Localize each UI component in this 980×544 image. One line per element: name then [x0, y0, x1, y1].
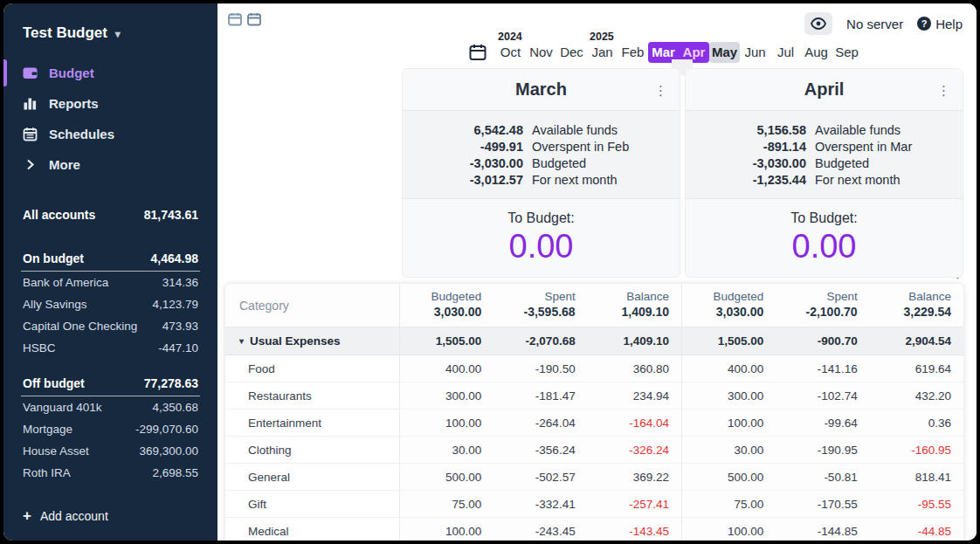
privacy-toggle-button[interactable] [804, 12, 832, 35]
budgeted-cell[interactable]: 400.00 [682, 355, 776, 382]
account-row[interactable]: HSBC-447.10 [21, 337, 200, 359]
account-row[interactable]: Roth IRA2,698.55 [21, 462, 200, 484]
spent-cell[interactable]: -502.57 [493, 464, 587, 490]
month-picker-calendar-icon[interactable] [469, 44, 487, 61]
sidebar-item-reports[interactable]: Reports [3, 88, 217, 119]
budgeted-cell[interactable]: 400.00 [400, 355, 493, 382]
spent-cell[interactable]: -50.81 [776, 464, 869, 490]
spent-cell[interactable]: -332.41 [493, 491, 587, 517]
budgeted-cell[interactable]: 100.00 [682, 518, 776, 541]
account-name: House Asset [23, 444, 89, 458]
spent-cell[interactable]: -190.95 [776, 437, 869, 463]
budgeted-cell[interactable]: 500.00 [400, 464, 493, 490]
spent-cell[interactable]: -99.64 [776, 410, 869, 436]
spent-cell[interactable]: -181.47 [493, 382, 587, 409]
category-name-cell[interactable]: Clothing [225, 437, 400, 463]
category-header-cell: Category⋮ [225, 284, 400, 327]
card-month-title: April [804, 79, 845, 100]
collapse-arrow-icon[interactable]: ▾ [239, 336, 244, 346]
balance-cell[interactable]: -44.85 [870, 518, 963, 541]
category-name-cell[interactable]: Restaurants [225, 382, 400, 409]
to-budget-label: To Budget: [686, 210, 963, 226]
balance-cell[interactable]: 432.20 [870, 382, 963, 409]
one-month-view-icon[interactable] [228, 12, 242, 26]
category-row-medical: Medical100.00-243.45-143.45100.00-144.85… [225, 518, 963, 541]
account-row[interactable]: Bank of America314.36 [21, 272, 200, 293]
group-header-on-budget[interactable]: On budget4,464.98 [21, 246, 200, 272]
balance-cell[interactable]: 369.22 [588, 464, 681, 490]
spent-cell[interactable]: -141.16 [776, 355, 869, 382]
balance-cell[interactable]: 360.80 [588, 355, 681, 382]
group-row-usual-expenses[interactable]: ▾Usual Expenses1,505.00-2,070.681,409.10… [225, 327, 963, 355]
group-header-off-budget[interactable]: Off budget77,278.63 [21, 371, 200, 396]
balance-cell[interactable]: -326.24 [588, 437, 681, 463]
category-name-cell[interactable]: Entertainment [225, 410, 400, 436]
month-jan[interactable]: 2025Jan [587, 42, 618, 63]
card-menu-kebab-icon[interactable]: ⋮ [654, 83, 667, 96]
month-jun[interactable]: Jun [740, 42, 770, 63]
month-aug[interactable]: Aug [801, 42, 832, 63]
month-columns: 75.00-332.41-257.41 [400, 491, 681, 517]
balance-cell[interactable]: 818.41 [870, 464, 963, 490]
month-nov[interactable]: Nov [526, 42, 556, 63]
balance-cell[interactable]: -143.45 [588, 518, 681, 541]
month-dec[interactable]: Dec [556, 42, 587, 63]
category-name-cell[interactable]: Medical [225, 518, 400, 541]
month-feb[interactable]: Feb [618, 42, 648, 63]
balance-cell[interactable]: 619.64 [870, 355, 963, 382]
budgeted-cell[interactable]: 30.00 [400, 437, 493, 463]
stat-value: -3,012.57 [403, 173, 523, 187]
month-sep[interactable]: Sep [832, 42, 862, 63]
spent-cell[interactable]: -190.50 [493, 355, 587, 382]
server-status-button[interactable]: No server [846, 17, 903, 31]
account-name: Ally Savings [23, 298, 87, 311]
two-month-view-icon[interactable] [247, 12, 261, 26]
category-name-cell[interactable]: General [225, 464, 400, 490]
column-total: 3,030.00 [716, 305, 764, 320]
budgeted-cell[interactable]: 100.00 [400, 518, 493, 541]
spent-cell[interactable]: -264.04 [493, 410, 587, 436]
balance-cell[interactable]: 0.36 [870, 410, 963, 436]
budgeted-cell[interactable]: 500.00 [682, 464, 776, 490]
budgeted-cell[interactable]: 75.00 [400, 491, 493, 517]
spent-cell[interactable]: -356.24 [493, 437, 587, 463]
sidebar-item-budget[interactable]: Budget [3, 58, 217, 88]
spent-cell[interactable]: -170.55 [776, 491, 869, 517]
month-summary-card-march: March⋮6,542.48Available funds-499.91Over… [402, 68, 680, 278]
spent-cell[interactable]: -243.45 [493, 518, 587, 541]
budgeted-cell[interactable]: 100.00 [400, 410, 493, 436]
account-row[interactable]: Ally Savings4,123.79 [21, 293, 200, 315]
balance-cell[interactable]: 234.94 [588, 382, 681, 409]
account-row[interactable]: House Asset369,300.00 [21, 440, 200, 462]
card-stat-row: -891.14Overspent in Mar [686, 138, 942, 155]
all-accounts-row[interactable]: All accounts81,743.61 [21, 203, 200, 227]
card-menu-kebab-icon[interactable]: ⋮ [937, 83, 950, 96]
month-may[interactable]: May [709, 42, 740, 63]
budget-file-switcher[interactable]: Test Budget ▾ [3, 3, 217, 54]
account-row[interactable]: Vanguard 401k4,350.68 [21, 396, 200, 418]
spent-cell[interactable]: -144.85 [776, 518, 869, 541]
help-button[interactable]: ? Help [917, 17, 963, 31]
add-account-button[interactable]: +Add account [21, 493, 200, 541]
balance-cell[interactable]: -257.41 [588, 491, 681, 517]
sidebar-item-more[interactable]: More [3, 149, 217, 180]
balance-cell[interactable]: -164.04 [588, 410, 681, 436]
month-oct[interactable]: 2024Oct [495, 42, 526, 63]
budgeted-cell[interactable]: 300.00 [400, 382, 493, 409]
budgeted-cell[interactable]: 100.00 [682, 410, 776, 436]
stat-value: -3,030.00 [403, 156, 523, 170]
budgeted-cell[interactable]: 300.00 [682, 382, 776, 409]
balance-cell[interactable]: -160.95 [870, 437, 963, 463]
month-jul[interactable]: Jul [770, 42, 801, 63]
category-name-cell[interactable]: Gift [225, 491, 400, 517]
account-row[interactable]: Mortgage-299,070.60 [21, 418, 200, 440]
budgeted-cell[interactable]: 30.00 [682, 437, 776, 463]
to-budget-value[interactable]: 0.00 [509, 228, 574, 265]
account-row[interactable]: Capital One Checking473.93 [21, 315, 200, 337]
spent-cell[interactable]: -102.74 [776, 382, 869, 409]
category-name-cell[interactable]: Food [225, 355, 400, 382]
sidebar-item-schedules[interactable]: Schedules [3, 119, 217, 149]
budgeted-cell[interactable]: 75.00 [682, 491, 776, 517]
balance-cell[interactable]: -95.55 [870, 491, 963, 517]
to-budget-value[interactable]: 0.00 [792, 228, 857, 265]
